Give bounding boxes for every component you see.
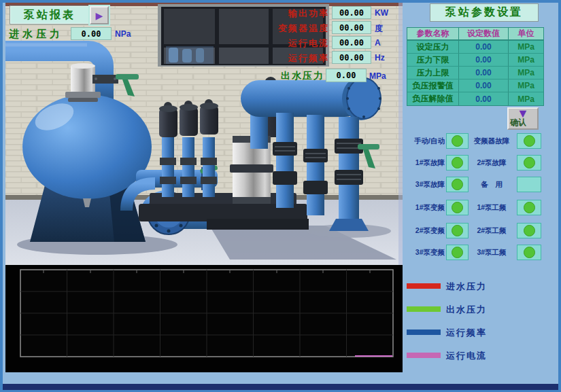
legend-swatch-inlet [407, 283, 441, 289]
pump-motors [159, 99, 218, 197]
status-label-pump3-fault: 3#泵故障 [403, 180, 445, 190]
run-current-value: 00.00 [332, 36, 371, 49]
status-label-pump3-vfd: 3#泵变频 [403, 248, 445, 257]
status-lamp-box [446, 200, 469, 215]
status-row: 3#泵故障 备 用 [403, 177, 558, 193]
param-unit: MPa [509, 67, 543, 79]
status-lamp [524, 202, 535, 213]
status-lamp-box [446, 223, 469, 238]
status-lamp-box [446, 155, 469, 171]
run-frequency-label: 运行频率 [230, 52, 329, 65]
confirm-button[interactable]: ▼ 确认 [507, 107, 539, 130]
inlet-pressure-label: 进水压力 [9, 28, 63, 41]
param-value[interactable]: 0.00 [459, 79, 509, 92]
param-value[interactable]: 0.00 [459, 67, 509, 79]
trend-chart [5, 265, 403, 372]
status-lamp-box [517, 155, 541, 171]
status-lamp-box [517, 177, 541, 192]
status-label-spare: 备 用 [468, 180, 515, 190]
param-unit: MPa [509, 41, 543, 53]
param-name: 负压解除值 [407, 92, 459, 105]
status-label-pump1-fault: 1#泵故障 [403, 158, 445, 168]
param-name: 压力下限 [407, 54, 459, 66]
legend-swatch-current [407, 353, 441, 358]
inlet-pressure-unit: NPa [115, 29, 131, 39]
param-unit: MPa [509, 92, 543, 105]
report-play-button[interactable]: ▶ [90, 6, 109, 24]
play-icon: ▶ [96, 11, 103, 20]
status-label-manual-auto: 手动/自动 [403, 137, 445, 146]
legend-label-inlet: 进水压力 [446, 281, 487, 293]
run-frequency-value: 00.00 [332, 51, 371, 64]
output-power-label: 输出功率 [230, 7, 329, 20]
parameter-panel: 泵站参数设置 参数名称 设定数值 单位 设定压力 0.00 MPa 压力下限 0… [403, 0, 558, 387]
settings-row: 压力上限 0.00 MPa [407, 67, 543, 79]
legend-item: 运行频率 [403, 329, 558, 339]
output-power-value: 00.00 [332, 6, 371, 19]
status-lamp [524, 135, 535, 147]
panel-title: 泵站参数设置 [430, 3, 539, 22]
param-value[interactable]: 0.00 [459, 92, 509, 105]
status-lamp [452, 225, 463, 236]
status-label-pump2-vfd: 2#泵变频 [403, 226, 445, 236]
legend-swatch-frequency [407, 329, 441, 335]
trend-chart-plot [5, 265, 403, 372]
inverter-temp-unit: 度 [375, 23, 383, 35]
param-name: 压力上限 [407, 67, 459, 79]
status-label-pump3-line: 3#泵工频 [468, 248, 515, 257]
param-value[interactable]: 0.00 [459, 54, 509, 66]
outlet-pressure-row: 出水压力 0.00 MPa [281, 69, 403, 84]
param-name: 负压报警值 [407, 79, 459, 92]
inlet-pressure-value: 0.00 [71, 27, 112, 40]
status-lamp [452, 135, 463, 147]
pump-station-hmi: 泵站报表 ▶ 进水压力 0.00 NPa 输出功率 00.00 KW 变频器温度… [0, 0, 561, 392]
status-lamp-box [446, 245, 469, 260]
status-label-vfd-fault: 变频器故障 [468, 137, 515, 146]
status-label-pump2-line: 2#泵工频 [468, 226, 515, 236]
status-lamp [524, 247, 535, 258]
status-lamp [452, 157, 463, 168]
report-button[interactable]: 泵站报表 [10, 5, 90, 24]
settings-table-header: 参数名称 设定数值 单位 [407, 28, 543, 41]
status-lamp-box [446, 177, 469, 192]
status-row: 2#泵变频 2#泵工频 [403, 223, 558, 239]
legend-label-frequency: 运行频率 [446, 327, 487, 339]
param-unit: MPa [509, 79, 543, 92]
confirm-button-label: 确认 [510, 117, 526, 128]
legend-item: 出水压力 [403, 306, 558, 316]
param-unit: MPa [509, 54, 543, 66]
outlet-pressure-label: 出水压力 [281, 70, 324, 82]
status-row: 3#泵变频 3#泵工频 [403, 245, 558, 261]
readout-row: 运行频率 00.00 Hz [230, 52, 403, 66]
status-lamp-box [517, 223, 541, 238]
legend-label-outlet: 出水压力 [446, 304, 487, 316]
inverter-temp-value: 00.00 [332, 21, 371, 34]
run-frequency-unit: Hz [375, 53, 385, 63]
status-label-pump1-line: 1#泵工频 [468, 203, 515, 213]
readout-row: 输出功率 00.00 KW [230, 7, 403, 21]
status-lamp [524, 225, 535, 236]
output-power-unit: KW [375, 8, 388, 18]
settings-row: 压力下限 0.00 MPa [407, 54, 543, 67]
legend-swatch-outlet [407, 306, 441, 312]
outlet-pressure-value: 0.00 [326, 69, 367, 82]
readout-row: 变频器温度 00.00 度 [230, 22, 403, 36]
status-row: 手动/自动 变频器故障 [403, 133, 558, 149]
col-unit: 单位 [509, 28, 543, 39]
report-button-label: 泵站报表 [24, 8, 75, 22]
run-current-unit: A [375, 38, 381, 48]
legend-item: 运行电流 [403, 353, 558, 362]
run-current-label: 运行电流 [230, 37, 329, 50]
bottom-band [3, 384, 558, 390]
legend-label-current: 运行电流 [446, 350, 487, 362]
status-lamp-box [517, 200, 541, 215]
inverter-temp-label: 变频器温度 [230, 22, 329, 35]
status-lamp [452, 247, 463, 258]
settings-table: 参数名称 设定数值 单位 设定压力 0.00 MPa 压力下限 0.00 MPa… [407, 27, 544, 106]
status-lamp [452, 179, 463, 190]
pump-station-3d-view: 泵站报表 ▶ 进水压力 0.00 NPa 输出功率 00.00 KW 变频器温度… [5, 3, 403, 265]
status-lamp-box [517, 133, 541, 149]
status-row: 1#泵故障 2#泵故障 [403, 155, 558, 171]
param-name: 设定压力 [407, 41, 459, 53]
param-value[interactable]: 0.00 [459, 41, 509, 53]
